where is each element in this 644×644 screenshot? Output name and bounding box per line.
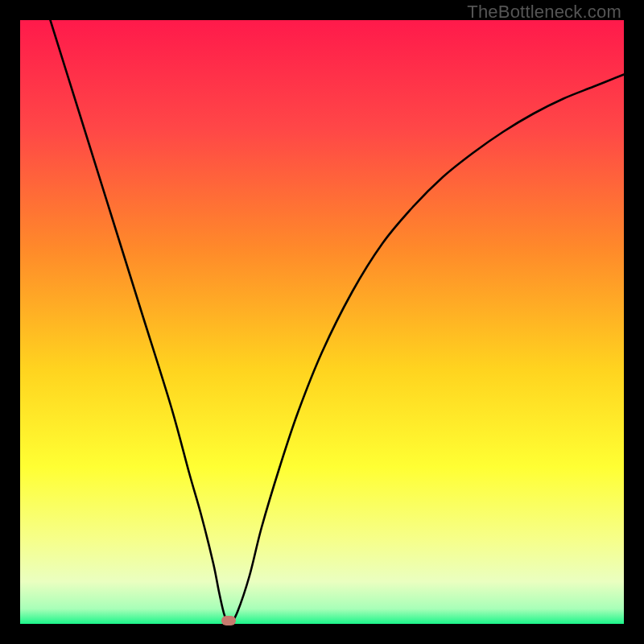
bottleneck-curve [20,20,624,624]
minimum-marker [221,616,236,625]
chart-frame: TheBottleneck.com [0,0,644,644]
plot-area [20,20,624,624]
